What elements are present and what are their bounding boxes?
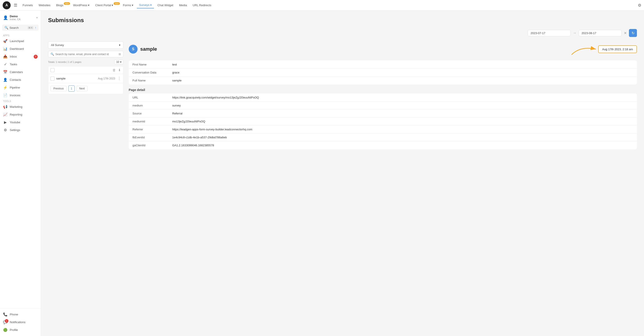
marketing-icon: 📢 (3, 105, 8, 109)
nav-websites[interactable]: Websites (36, 2, 52, 8)
per-page-select[interactable]: 10 ▾ (114, 59, 124, 64)
page-detail-row: Referrerhttps://leadgen-apps-form-survey… (129, 125, 637, 133)
search-bar: 🔍 ⊞ (48, 51, 124, 57)
sidebar-item-label: Reporting (10, 113, 38, 116)
refresh-button[interactable]: ↻ (629, 29, 637, 37)
sidebar-item-label: Dashboard (10, 47, 38, 50)
page-detail-table: URLhttps://link.goacquirely.com/widget/s… (129, 93, 637, 149)
sidebar-item-label: Pipeline (10, 86, 38, 89)
sidebar-item-label: Profile (10, 328, 38, 332)
youtube-icon: ▶ (3, 120, 8, 124)
page-detail-row: mediumIdmo13jeZgJ20euuNIPsOQ (129, 117, 637, 125)
filter-icon[interactable]: ⊞ (118, 52, 121, 56)
sidebar-item-label: Calendars (10, 70, 38, 74)
inbox-badge: 0 (34, 55, 38, 59)
sidebar-search[interactable]: 🔍 Search ⌘ K ↑ (2, 24, 38, 31)
date-to-input[interactable] (579, 30, 622, 36)
nav-blogs[interactable]: Blogs New (54, 2, 70, 8)
table-row[interactable]: sample Aug 17th 2023 ⋮ (48, 74, 123, 83)
row-more-icon[interactable]: ⋮ (118, 76, 121, 81)
header-checkbox[interactable] (50, 68, 54, 72)
sidebar-item-reporting[interactable]: 📈 Reporting (0, 111, 41, 118)
nav-forms[interactable]: Forms ▾ (121, 2, 136, 8)
page-title: Submissions (48, 17, 637, 24)
nav-media[interactable]: Media (177, 2, 189, 8)
sidebar-item-inbox[interactable]: 📥 Inbox 0 (0, 53, 41, 60)
sidebar-item-phone[interactable]: 📞 Phone (0, 311, 41, 318)
next-button[interactable]: Next (76, 86, 88, 91)
bottom-section (0, 308, 41, 311)
phone-icon: 📞 (3, 312, 8, 317)
table-header-actions: 🗑 ⬇ (112, 68, 121, 72)
user-icon: 👤 (3, 15, 8, 20)
date-from-input[interactable] (528, 30, 571, 36)
field-row: First Nametest (129, 61, 637, 69)
sidebar-user[interactable]: 👤 Demo Irvine, CA ▾ (0, 13, 41, 24)
profile-icon: 🟢 (3, 328, 8, 332)
sidebar-item-launchpad[interactable]: 🚀 Launchpad (0, 37, 41, 45)
table-header: 🗑 ⬇ (48, 66, 123, 74)
settings-icon[interactable]: ⚙ (638, 3, 641, 8)
top-nav: A ☰ Funnels Websites Blogs New WordPress… (0, 0, 644, 11)
sidebar-item-marketing[interactable]: 📢 Marketing (0, 103, 41, 111)
totals-row: Totals: 1 records | 1 of 1 pages 10 ▾ (48, 59, 124, 64)
sidebar-item-contacts[interactable]: 👤 Contacts (0, 76, 41, 84)
sidebar-item-profile[interactable]: 🟢 Profile (0, 326, 41, 334)
sidebar-item-settings[interactable]: ⚙ Settings (0, 126, 41, 134)
body-wrap: 👤 Demo Irvine, CA ▾ 🔍 Search ⌘ K ↑ Apps … (0, 11, 644, 336)
sidebar-item-tasks[interactable]: ✓ Tasks (0, 60, 41, 68)
date-clear-icon[interactable]: ✕ (624, 31, 627, 35)
invoices-icon: 📄 (3, 93, 8, 97)
right-panel: S sample Aug 17th (129, 41, 637, 149)
tasks-icon: ✓ (3, 62, 8, 66)
left-panel: All Survey ▾ 🔍 ⊞ Totals: 1 records | 1 o… (48, 41, 124, 149)
date-arrow-icon: → (573, 31, 576, 35)
callout-wrap: Aug 17th 2023, 2:18 am (569, 41, 637, 57)
nav-chatwidget[interactable]: Chat Widget (155, 2, 176, 8)
download-icon[interactable]: ⬇ (118, 68, 121, 72)
survey-select[interactable]: All Survey ▾ (48, 41, 124, 49)
sidebar-user-name: Demo (10, 14, 34, 18)
search-nav-icon: ↑ (35, 26, 36, 29)
callout-date-box: Aug 17th 2023, 2:18 am (598, 45, 637, 53)
previous-button[interactable]: Previous (50, 86, 67, 91)
sidebar-item-label: Contacts (10, 78, 38, 81)
survey-select-label: All Survey (51, 43, 64, 47)
submission-name: sample (140, 46, 157, 52)
search-icon: 🔍 (4, 26, 8, 29)
sidebar-item-label: Notifications (10, 321, 38, 324)
delete-icon[interactable]: 🗑 (112, 68, 116, 72)
nav-clientportal[interactable]: Client Portal New ▾ (93, 2, 120, 8)
contacts-icon: 👤 (3, 78, 8, 82)
nav-funnels[interactable]: Funnels (20, 2, 35, 8)
sidebar-item-label: Launchpad (10, 39, 38, 43)
hamburger-icon[interactable]: ☰ (14, 3, 17, 8)
sidebar-item-label: Youtube (10, 121, 38, 124)
sidebar-item-dashboard[interactable]: 📊 Dashboard (0, 45, 41, 53)
sidebar-item-notifications[interactable]: 💬 5 Notifications (0, 318, 41, 326)
sidebar-item-calendars[interactable]: 📅 Calendars (0, 68, 41, 76)
inbox-icon: 📥 (3, 54, 8, 59)
nav-surveys[interactable]: Surveys ▾ (137, 2, 154, 8)
sidebar-item-invoices[interactable]: 📄 Invoices (0, 91, 41, 99)
sidebar-item-label: Tasks (10, 63, 38, 66)
page-detail-row: gaClientIdGA1.2.1633099046.1682385578 (129, 141, 637, 149)
two-col-layout: All Survey ▾ 🔍 ⊞ Totals: 1 records | 1 o… (48, 41, 637, 149)
row-name: sample (56, 77, 98, 80)
row-checkbox[interactable] (50, 77, 54, 81)
submission-header: S sample Aug 17th (129, 41, 637, 57)
nav-wordpress[interactable]: WordPress ▾ (71, 2, 92, 8)
page-detail-label: Page detail (129, 88, 637, 92)
submissions-table: 🗑 ⬇ sample Aug 17th 2023 ⋮ Previous 1 Ne… (48, 66, 124, 94)
clientportal-new-badge: New (114, 2, 120, 5)
search-input[interactable] (56, 53, 117, 56)
reporting-icon: 📈 (3, 112, 8, 117)
settings-icon: ⚙ (3, 128, 8, 132)
page-detail-row: SourceReferral (129, 110, 637, 117)
sidebar-item-label: Inbox (10, 55, 32, 58)
sidebar-item-youtube[interactable]: ▶ Youtube (0, 118, 41, 126)
blogs-new-badge: New (64, 2, 70, 5)
sidebar-item-pipeline[interactable]: ⚡ Pipeline (0, 84, 41, 91)
page-detail-row: fbEventId1e4c94c8-c1db-4e1b-a537-29dbd78… (129, 133, 637, 141)
nav-urlredirects[interactable]: URL Redirects (190, 2, 214, 8)
